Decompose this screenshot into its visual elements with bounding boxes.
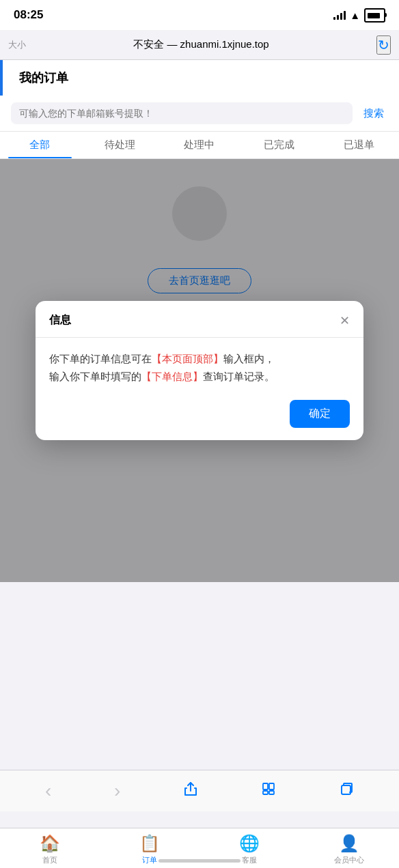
browser-share-button[interactable] [178,779,204,803]
modal-body: 你下单的订单信息可在【本页面顶部】输入框内， 输入你下单时填写的【下单信息】查询… [36,338,363,392]
modal-highlight2: 【下单信息】 [141,371,203,382]
browser-tabs-button[interactable] [333,779,359,803]
info-modal: 信息 ✕ 你下单的订单信息可在【本页面顶部】输入框内， 输入你下单时填写的【下单… [36,301,363,440]
modal-close-button[interactable]: ✕ [340,315,350,327]
svg-rect-0 [263,783,268,790]
tabs-bar: 全部 待处理 处理中 已完成 已退单 [0,132,399,159]
browser-bookmark-button[interactable] [256,779,281,803]
browser-font-label: 大小 [8,39,26,51]
browser-forward-button[interactable]: › [109,777,126,805]
browser-bottom-bar: ‹ › [0,770,399,811]
modal-body-text3: 输入你下单时填写的 [49,371,141,382]
modal-overlay: 信息 ✕ 你下单的订单信息可在【本页面顶部】输入框内， 输入你下单时填写的【下单… [0,159,399,582]
page-content: 我的订单 搜索 全部 待处理 处理中 已完成 已退单 去首页逛逛吧 信息 ✕ 你… [0,60,399,582]
reload-button[interactable]: ↻ [376,35,391,55]
browser-bar: 大小 不安全 — zhuanmi.1xjnue.top ↻ [0,30,399,60]
svg-rect-4 [342,785,350,794]
signal-icon [333,10,346,20]
status-time: 08:25 [14,8,43,22]
page-header: 我的订单 [0,60,399,96]
home-bar [159,859,240,863]
modal-body-text1: 你下单的订单信息可在 [49,353,152,364]
svg-rect-2 [263,791,268,794]
tab-completed[interactable]: 已完成 [239,132,319,158]
svg-rect-3 [269,791,274,794]
wifi-icon: ▲ [350,10,360,21]
modal-header: 信息 ✕ [36,301,363,338]
search-input[interactable] [11,102,353,124]
home-indicator [0,859,399,863]
confirm-button[interactable]: 确定 [290,400,350,428]
search-button[interactable]: 搜索 [359,104,388,123]
svg-rect-1 [269,783,274,790]
modal-highlight1: 【本页面顶部】 [152,353,223,364]
tab-pending[interactable]: 待处理 [80,132,160,158]
tab-cancelled[interactable]: 已退单 [319,132,399,158]
battery-icon [364,8,385,23]
status-icons: ▲ [333,8,385,23]
browser-url[interactable]: 不安全 — zhuanmi.1xjnue.top [33,38,370,51]
modal-title: 信息 [49,313,71,328]
service-icon: 🌐 [239,834,260,853]
search-bar: 搜索 [0,96,399,132]
page-title: 我的订单 [19,70,68,86]
browser-back-button[interactable]: ‹ [40,777,57,805]
tab-all[interactable]: 全部 [0,132,80,158]
main-content: 去首页逛逛吧 信息 ✕ 你下单的订单信息可在【本页面顶部】输入框内， 输入你下单… [0,159,399,582]
member-icon: 👤 [339,834,359,853]
orders-icon: 📋 [139,834,160,853]
home-icon: 🏠 [40,834,60,853]
tab-processing[interactable]: 处理中 [160,132,240,158]
modal-footer: 确定 [36,392,363,440]
modal-body-text4: 查询订单记录。 [203,371,275,382]
status-bar: 08:25 ▲ [0,0,399,30]
modal-body-text2: 输入框内， [223,353,275,364]
